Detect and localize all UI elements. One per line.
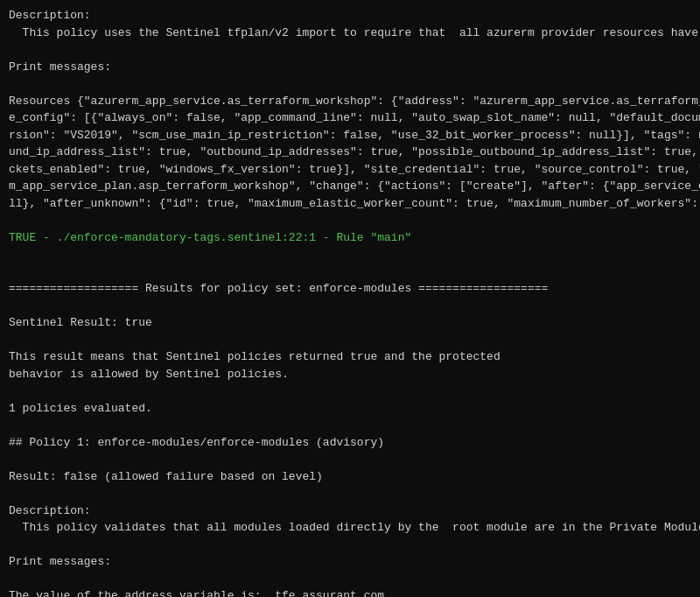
- line-policy1: ## Policy 1: enforce-modules/enforce-mod…: [9, 434, 691, 452]
- line-policies: 1 policies evaluated.: [9, 400, 691, 418]
- line-blank10: [9, 451, 691, 468]
- line-blank12: [9, 537, 691, 554]
- line-blank11: [9, 485, 691, 502]
- line-blank9: [9, 417, 691, 434]
- line-true1: TRUE - ./enforce-mandatory-tags.sentinel…: [9, 229, 691, 247]
- line-blank5: [9, 263, 691, 281]
- line-res7: ll}, "after_unknown": {"id": true, "maxi…: [9, 195, 691, 213]
- line-blank2: [9, 75, 691, 93]
- line-result-msg1: This result means that Sentinel policies…: [9, 348, 691, 366]
- line-res6: m_app_service_plan.asp_terraform_worksho…: [9, 178, 691, 195]
- line-res5: ckets_enabled": true, "windows_fx_versio…: [9, 161, 691, 179]
- line-blank8: [9, 383, 691, 400]
- line-desc2a: This policy validates that all modules l…: [9, 519, 691, 537]
- line-res2: e_config": [{"always_on": false, "app_co…: [9, 109, 691, 127]
- line-print1: Print messages:: [9, 59, 691, 76]
- terminal-window: Description: This policy uses the Sentin…: [0, 0, 700, 597]
- line-sep1: =================== Results for policy s…: [9, 280, 691, 298]
- line-desc1a: This policy uses the Sentinel tfplan/v2 …: [9, 25, 691, 42]
- line-desc1: Description:: [9, 7, 691, 25]
- line-sentres: Sentinel Result: true: [9, 314, 691, 332]
- line-blank6: [9, 298, 691, 315]
- line-result-msg2: behavior is allowed by Sentinel policies…: [9, 366, 691, 383]
- line-blank1: [9, 41, 691, 59]
- line-desc2: Description:: [9, 502, 691, 520]
- line-addr: The value of the address variable is: tf…: [9, 587, 691, 597]
- line-blank7: [9, 332, 691, 349]
- line-res4: und_ip_address_list": true, "outbound_ip…: [9, 144, 691, 161]
- line-blank4: [9, 246, 691, 263]
- line-blank13: [9, 571, 691, 588]
- line-res3: rsion": "VS2019", "scm_use_main_ip_restr…: [9, 127, 691, 144]
- line-print2: Print messages:: [9, 553, 691, 571]
- line-res1: Resources {"azurerm_app_service.as_terra…: [9, 93, 691, 110]
- line-blank3: [9, 212, 691, 229]
- line-result-false: Result: false (allowed failure based on …: [9, 468, 691, 486]
